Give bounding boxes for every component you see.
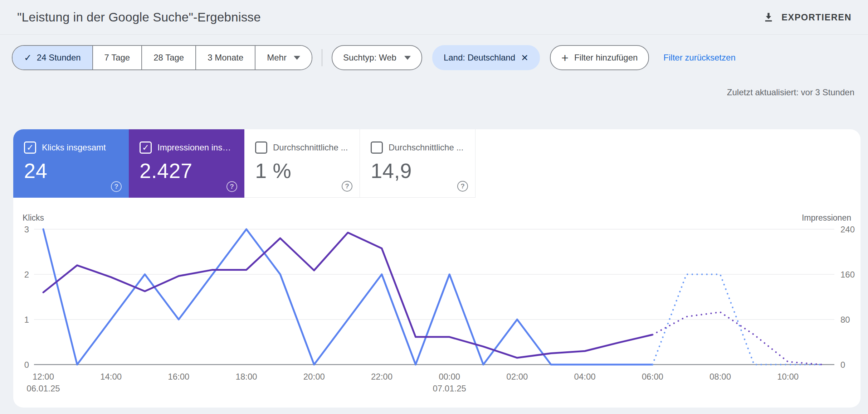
svg-text:18:00: 18:00 <box>236 372 257 381</box>
page-title: "Leistung in der Google Suche"-Ergebniss… <box>17 0 261 34</box>
export-label: EXPORTIEREN <box>781 12 852 23</box>
svg-text:1: 1 <box>24 315 29 324</box>
metric-card-position[interactable]: Durchschnittliche ... 14,9 ? <box>360 129 476 198</box>
checkbox-icon[interactable] <box>255 141 267 154</box>
search-type-label: Suchtyp: Web <box>343 53 396 63</box>
svg-text:08:00: 08:00 <box>709 372 731 381</box>
date-range-24h[interactable]: ✓ 24 Stunden <box>13 46 92 69</box>
svg-text:07.01.25: 07.01.25 <box>433 384 466 393</box>
add-filter-chip[interactable]: + Filter hinzufügen <box>550 45 649 70</box>
checkbox-icon[interactable] <box>140 141 152 154</box>
svg-text:12:00: 12:00 <box>33 372 54 381</box>
svg-text:22:00: 22:00 <box>371 372 392 381</box>
svg-text:0: 0 <box>24 360 29 370</box>
reset-filters-link[interactable]: Filter zurücksetzen <box>663 53 735 63</box>
date-range-label: 24 Stunden <box>37 53 81 63</box>
performance-chart[interactable]: 0018021603240KlicksImpressionen12:0006.0… <box>13 208 860 408</box>
download-icon <box>763 11 774 23</box>
svg-text:06.01.25: 06.01.25 <box>26 384 60 393</box>
svg-text:240: 240 <box>840 225 855 234</box>
country-filter-chip[interactable]: Land: Deutschland ✕ <box>432 45 540 70</box>
metric-card-impressions[interactable]: Impressionen ins… 2.427 ? <box>129 129 244 198</box>
metric-label: Impressionen ins… <box>157 143 231 153</box>
metric-label: Durchschnittliche ... <box>389 143 463 153</box>
vertical-divider <box>322 49 322 66</box>
svg-text:160: 160 <box>840 270 855 279</box>
date-range-28d[interactable]: 28 Tage <box>141 46 195 69</box>
date-range-more[interactable]: Mehr <box>255 46 312 69</box>
svg-text:Impressionen: Impressionen <box>802 213 851 222</box>
help-icon[interactable]: ? <box>342 181 352 192</box>
date-range-label: 7 Tage <box>104 53 130 63</box>
svg-text:0: 0 <box>840 360 845 370</box>
metric-label: Durchschnittliche ... <box>273 143 348 153</box>
checkbox-icon[interactable] <box>24 141 36 154</box>
report-card: Klicks insgesamt 24 ? Impressionen ins… … <box>13 129 860 408</box>
svg-text:3: 3 <box>24 225 29 234</box>
help-icon[interactable]: ? <box>226 181 237 192</box>
date-range-3m[interactable]: 3 Monate <box>195 46 255 69</box>
metric-cards-row: Klicks insgesamt 24 ? Impressionen ins… … <box>13 129 476 198</box>
search-type-chip[interactable]: Suchtyp: Web <box>332 45 422 70</box>
check-icon: ✓ <box>24 52 32 63</box>
help-icon[interactable]: ? <box>111 181 122 192</box>
chevron-down-icon <box>404 56 411 60</box>
svg-text:04:00: 04:00 <box>574 372 596 381</box>
metric-card-clicks[interactable]: Klicks insgesamt 24 ? <box>13 129 129 198</box>
export-button[interactable]: EXPORTIEREN <box>761 0 854 34</box>
svg-text:16:00: 16:00 <box>168 372 189 381</box>
close-icon[interactable]: ✕ <box>521 53 528 63</box>
metric-value: 1 % <box>255 159 360 183</box>
date-range-7d[interactable]: 7 Tage <box>92 46 142 69</box>
page-header: "Leistung in der Google Suche"-Ergebniss… <box>0 0 868 35</box>
filters-row: ✓ 24 Stunden 7 Tage 28 Tage 3 Monate Meh… <box>12 46 736 69</box>
last-updated-text: Zuletzt aktualisiert: vor 3 Stunden <box>727 87 854 97</box>
svg-text:00:00: 00:00 <box>439 372 460 381</box>
date-range-label: 3 Monate <box>208 53 243 63</box>
svg-text:20:00: 20:00 <box>303 372 325 381</box>
date-range-label: 28 Tage <box>153 53 184 63</box>
svg-text:Klicks: Klicks <box>23 213 44 222</box>
svg-text:10:00: 10:00 <box>777 372 799 381</box>
svg-text:14:00: 14:00 <box>100 372 122 381</box>
svg-text:06:00: 06:00 <box>642 372 663 381</box>
add-filter-label: Filter hinzufügen <box>574 53 638 63</box>
metric-value: 24 <box>24 159 129 183</box>
svg-text:2: 2 <box>24 270 29 279</box>
checkbox-icon[interactable] <box>371 141 383 154</box>
country-filter-label: Land: Deutschland <box>444 53 515 63</box>
help-icon[interactable]: ? <box>457 181 468 192</box>
svg-text:02:00: 02:00 <box>506 372 528 381</box>
metric-value: 2.427 <box>140 159 244 183</box>
date-range-control: ✓ 24 Stunden 7 Tage 28 Tage 3 Monate Meh… <box>12 45 312 70</box>
metric-card-ctr[interactable]: Durchschnittliche ... 1 % ? <box>244 129 360 198</box>
chevron-down-icon <box>294 56 300 60</box>
metric-label: Klicks insgesamt <box>42 143 106 153</box>
svg-text:80: 80 <box>840 315 850 324</box>
date-range-label: Mehr <box>267 53 287 63</box>
metric-value: 14,9 <box>371 159 475 183</box>
